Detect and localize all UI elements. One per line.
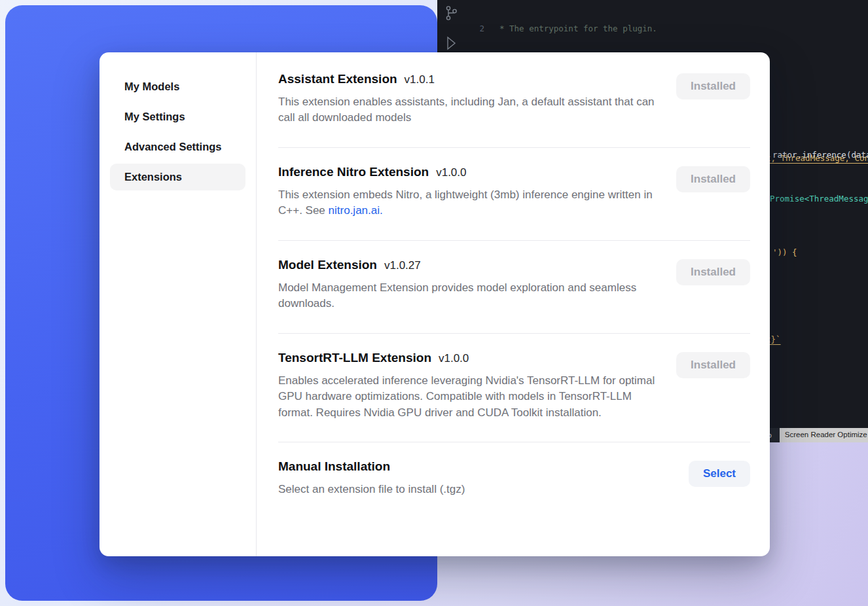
code-fragment: ')) {: [772, 247, 797, 258]
extension-row-model: Model Extension v1.0.27 Model Management…: [278, 241, 750, 333]
extension-info: Manual Installation Select an extension …: [278, 459, 465, 497]
manual-install-select-button[interactable]: Select: [689, 461, 750, 487]
assistant-installed-button[interactable]: Installed: [676, 73, 750, 99]
settings-sidebar: My Models My Settings Advanced Settings …: [99, 52, 256, 556]
extension-description: This extension enables assistants, inclu…: [278, 94, 660, 126]
extension-name: Assistant Extension: [278, 72, 397, 86]
manual-installation-row: Manual Installation Select an extension …: [278, 442, 750, 518]
sidebar-item-advanced-settings[interactable]: Advanced Settings: [110, 134, 245, 160]
extension-row-inference-nitro: Inference Nitro Extension v1.0.0 This ex…: [278, 148, 750, 240]
screen-reader-optimized-chip[interactable]: Screen Reader Optimize: [780, 428, 868, 442]
sidebar-item-extensions[interactable]: Extensions: [110, 164, 245, 190]
extension-version: v1.0.0: [436, 166, 466, 179]
nitro-jan-ai-link[interactable]: nitro.jan.ai.: [329, 204, 383, 217]
extension-row-tensorrt-llm: TensortRT-LLM Extension v1.0.0 Enables a…: [278, 334, 750, 442]
extension-version: v1.0.27: [384, 259, 421, 272]
git-branch-icon[interactable]: [444, 5, 458, 21]
extension-info: Inference Nitro Extension v1.0.0 This ex…: [278, 165, 660, 219]
settings-modal: My Models My Settings Advanced Settings …: [99, 52, 770, 556]
extensions-list: Assistant Extension v1.0.1 This extensio…: [257, 52, 770, 556]
run-debug-icon[interactable]: [444, 35, 458, 51]
code-fragment: rator.inference(data));: [772, 150, 868, 161]
extension-name: TensortRT-LLM Extension: [278, 351, 431, 365]
extension-name: Model Extension: [278, 258, 377, 272]
extension-description: Model Management Extension provides mode…: [278, 280, 660, 312]
extension-row-assistant: Assistant Extension v1.0.1 This extensio…: [278, 59, 750, 147]
extension-name: Inference Nitro Extension: [278, 165, 429, 179]
extension-version: v1.0.0: [439, 352, 469, 365]
extension-info: TensortRT-LLM Extension v1.0.0 Enables a…: [278, 351, 660, 421]
extension-description: This extension embeds Nitro, a lightweig…: [278, 187, 660, 219]
extension-info: Assistant Extension v1.0.1 This extensio…: [278, 72, 660, 126]
manual-installation-title: Manual Installation: [278, 459, 390, 474]
sidebar-item-my-models[interactable]: My Models: [110, 73, 245, 100]
screenshot-root: 2 3 4 5 6 * The entrypoint for the plugi…: [0, 0, 868, 606]
tensorrt-llm-installed-button[interactable]: Installed: [676, 352, 750, 378]
code-fragment: Promise<ThreadMessage>: [770, 194, 868, 205]
inference-nitro-installed-button[interactable]: Installed: [676, 166, 750, 192]
line-number: 2: [470, 24, 484, 35]
code-comment: * The entrypoint for the plugin.: [495, 24, 657, 35]
extension-description: Enables accelerated inference leveraging…: [278, 373, 660, 421]
extension-version: v1.0.1: [405, 73, 435, 86]
manual-installation-description: Select an extension file to install (.tg…: [278, 482, 465, 497]
model-installed-button[interactable]: Installed: [676, 259, 750, 285]
sidebar-item-my-settings[interactable]: My Settings: [110, 103, 245, 130]
extension-info: Model Extension v1.0.27 Model Management…: [278, 258, 660, 312]
